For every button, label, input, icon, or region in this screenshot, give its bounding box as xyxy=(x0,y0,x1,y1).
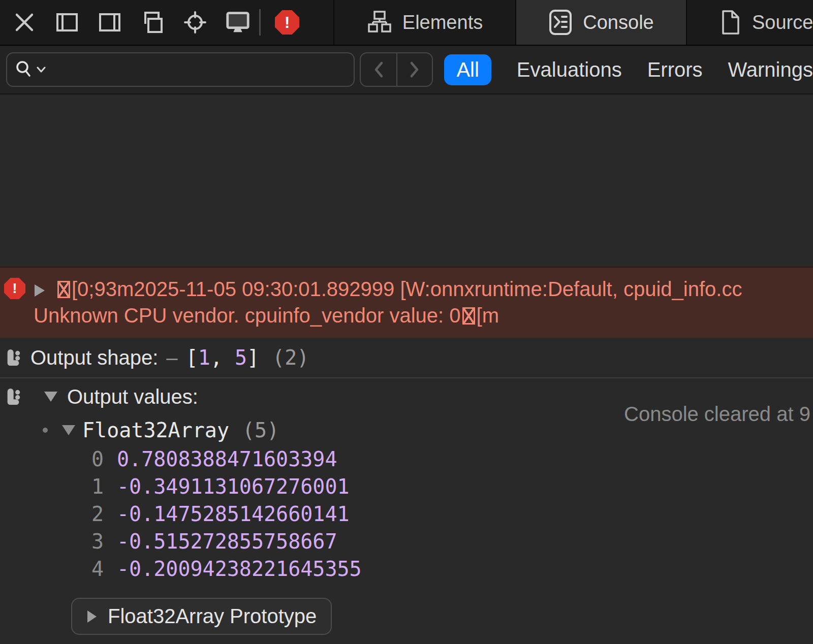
tab-label: Elements xyxy=(402,12,483,34)
find-next-button[interactable] xyxy=(396,53,432,86)
array-item-row: 4-0.20094238221645355 xyxy=(0,555,813,583)
search-field[interactable] xyxy=(6,52,355,87)
collapse-triangle-icon[interactable] xyxy=(61,424,76,436)
tab-sources[interactable]: Sources xyxy=(686,0,813,45)
inspector-tab-bar: Elements Console Sources xyxy=(333,0,813,45)
find-navigation-group xyxy=(360,52,433,87)
item-index: 1 xyxy=(80,473,104,500)
collapse-triangle-icon[interactable] xyxy=(43,390,59,403)
close-button[interactable] xyxy=(11,8,38,37)
log-icon xyxy=(6,348,22,367)
expand-triangle-icon xyxy=(86,609,98,624)
console-log-output-shape: Output shape: – [1, 5] (2) xyxy=(0,338,813,378)
inspector-toolbar: ! Elements Console Sources xyxy=(0,0,813,46)
issue-count-glyph: ! xyxy=(285,13,290,32)
console-error-message[interactable]: ! [0;93m2025-11-05 09:30:01.892999 [W:on… xyxy=(0,267,813,338)
issues-badge[interactable]: ! xyxy=(275,10,299,35)
filter-all[interactable]: All xyxy=(444,54,491,85)
display-icon xyxy=(225,10,251,35)
elements-tab-icon xyxy=(367,10,392,35)
array-length-badge: (5) xyxy=(242,418,279,442)
search-input[interactable] xyxy=(48,59,347,80)
expand-triangle-icon[interactable] xyxy=(34,283,46,298)
item-value: -0.3491131067276001 xyxy=(117,475,350,498)
tab-label: Console xyxy=(583,12,653,34)
undock-button[interactable] xyxy=(139,8,166,37)
missing-glyph xyxy=(462,307,475,325)
item-index: 2 xyxy=(80,500,104,528)
item-value: -0.1475285142660141 xyxy=(117,502,350,526)
message-filter-group: All Evaluations Errors Warnings xyxy=(444,54,813,85)
log-label: Output values: xyxy=(67,385,198,408)
toolbar-icon-group xyxy=(0,8,251,37)
left-sidebar-icon xyxy=(54,10,80,35)
object-tree: Float32Array (5) 00.7808388471603394 1-0… xyxy=(0,415,813,635)
item-index: 0 xyxy=(80,445,104,473)
item-value: -0.20094238221645355 xyxy=(117,557,362,581)
tab-console[interactable]: Console xyxy=(515,0,686,45)
error-message-text: [0;93m2025-11-05 09:30:01.892999 [W:onnx… xyxy=(34,276,813,329)
item-value: -0.515272855758667 xyxy=(117,530,337,553)
overlapping-windows-icon xyxy=(139,10,166,35)
tab-elements[interactable]: Elements xyxy=(333,0,515,45)
web-inspector-window: ! Elements Console Sources xyxy=(0,0,813,644)
separator-dash: – xyxy=(166,346,177,369)
console-cleared-message: Console cleared at 9 xyxy=(624,403,810,426)
chevron-down-icon[interactable] xyxy=(37,66,46,73)
console-filter-bar: All Evaluations Errors Warnings xyxy=(0,46,813,94)
right-sidebar-icon xyxy=(97,10,122,35)
search-icon xyxy=(14,58,35,81)
error-icon: ! xyxy=(4,278,25,299)
item-index: 3 xyxy=(80,528,104,555)
array-literal: [1, 5] xyxy=(186,346,260,369)
right-sidebar-toggle-button[interactable] xyxy=(97,8,123,37)
filter-errors[interactable]: Errors xyxy=(647,58,703,81)
array-item-row: 1-0.3491131067276001 xyxy=(0,473,813,500)
prototype-label: Float32Array Prototype xyxy=(108,605,317,628)
device-settings-button[interactable] xyxy=(225,8,251,37)
array-item-row: 00.7808388471603394 xyxy=(0,445,813,473)
left-sidebar-toggle-button[interactable] xyxy=(54,8,80,37)
tree-bullet xyxy=(43,428,48,433)
element-picker-button[interactable] xyxy=(182,8,208,37)
filter-evaluations[interactable]: Evaluations xyxy=(517,58,622,81)
crosshair-icon xyxy=(182,9,208,36)
item-index: 4 xyxy=(80,555,104,583)
sources-tab-icon xyxy=(718,9,742,36)
filter-warnings[interactable]: Warnings xyxy=(728,58,813,81)
log-icon xyxy=(6,388,22,406)
chevron-right-icon xyxy=(409,60,421,79)
array-item-row: 3-0.515272855758667 xyxy=(0,528,813,555)
array-item-row: 2-0.1475285142660141 xyxy=(0,500,813,528)
tab-label: Sources xyxy=(752,12,813,34)
error-line2-text: Unknown CPU vendor. cpuinfo_vendor value… xyxy=(34,304,461,327)
close-icon xyxy=(12,10,37,35)
toolbar-divider xyxy=(259,9,261,36)
prototype-expand-button[interactable]: Float32Array Prototype xyxy=(71,598,332,635)
console-tab-icon xyxy=(548,9,573,36)
array-type-name[interactable]: Float32Array xyxy=(82,418,229,442)
array-length-badge: (2) xyxy=(272,346,309,369)
item-value: 0.7808388471603394 xyxy=(117,447,337,471)
log-label: Output shape: xyxy=(30,346,158,369)
missing-glyph xyxy=(57,281,70,298)
error-line1-text: [0;93m2025-11-05 09:30:01.892999 [W:onnx… xyxy=(72,278,742,300)
error-line2-suffix: [m xyxy=(477,304,499,327)
chevron-left-icon xyxy=(372,60,385,79)
console-message-area: Console cleared at 9 ! [0;93m2025-11-05 … xyxy=(0,267,813,644)
find-previous-button[interactable] xyxy=(361,53,396,86)
